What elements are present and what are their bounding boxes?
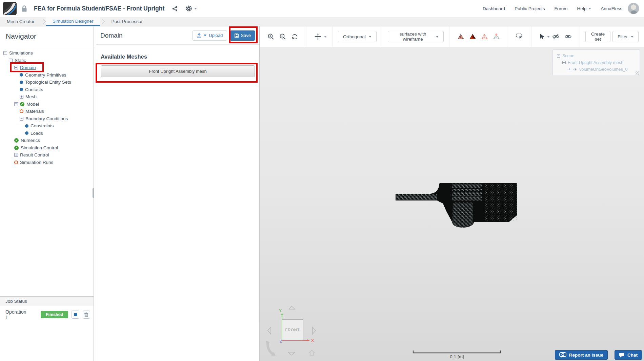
projection-dropdown[interactable]: Orthogonal xyxy=(338,31,377,42)
report-issue-button[interactable]: Report an issue xyxy=(555,350,608,360)
viewport-canvas[interactable]: Scene Front Upright Assembly mesh volume… xyxy=(260,47,644,361)
show-eye-icon[interactable] xyxy=(564,34,572,40)
tree-label: Result Control xyxy=(20,152,49,157)
tree-item-result-control[interactable]: Result Control xyxy=(0,151,92,159)
settings-chevron-down-icon[interactable] xyxy=(194,8,197,9)
create-set-button[interactable]: Create set xyxy=(585,31,610,42)
collapse-icon[interactable] xyxy=(562,61,566,64)
scenebox-resize-handle[interactable] xyxy=(636,71,639,75)
filter-dropdown[interactable]: Filter xyxy=(612,31,639,42)
tree-item-model[interactable]: Model xyxy=(0,101,92,108)
save-button-label: Save xyxy=(241,33,251,38)
tet-dark-icon[interactable] xyxy=(469,34,476,40)
rotate-up-arrow[interactable] xyxy=(289,306,295,309)
tree-item-simulations[interactable]: Simulations xyxy=(0,49,92,57)
projection-group: Orthogonal xyxy=(333,26,382,47)
tree-item-static[interactable]: Static xyxy=(0,57,92,64)
marquee-select-icon[interactable] xyxy=(516,33,523,40)
chat-button[interactable]: Chat xyxy=(615,350,642,360)
navigation-cube[interactable]: FRONT Y X Z xyxy=(261,298,336,361)
tree-item-domain[interactable]: Domain xyxy=(0,64,92,71)
collapse-icon[interactable] xyxy=(3,51,7,55)
nav-help[interactable]: Help xyxy=(577,6,591,11)
job-status-title: Job Status xyxy=(0,297,94,306)
tree-label: Simulation Control xyxy=(21,145,58,150)
tree-item-numerics[interactable]: Numerics xyxy=(0,137,92,144)
render-mode-dropdown[interactable]: surfaces with wireframe xyxy=(388,31,444,42)
visibility-eye-icon[interactable] xyxy=(573,68,578,71)
chat-bubble-icon xyxy=(619,353,625,358)
collapse-icon[interactable] xyxy=(14,66,18,69)
mesh-select-button[interactable]: Front Upright Assembly mesh xyxy=(101,65,255,77)
tree-item-boundary-conditions[interactable]: Boundary Conditions xyxy=(0,115,92,123)
scene-node-mesh[interactable]: Front Upright Assembly mesh xyxy=(557,59,640,66)
cube-face-label: FRONT xyxy=(285,328,300,332)
expand-icon[interactable] xyxy=(568,68,571,71)
tree-item-geometry-primitives[interactable]: Geometry Primitives xyxy=(0,71,92,79)
cursor-select-icon[interactable] xyxy=(539,34,545,40)
settings-gear-icon[interactable] xyxy=(185,5,192,12)
tree-item-simulation-control[interactable]: Simulation Control xyxy=(0,144,92,152)
tree-item-contacts[interactable]: Contacts xyxy=(0,86,92,93)
axis-y-label: Y xyxy=(279,309,282,313)
nav-forum[interactable]: Forum xyxy=(554,6,567,11)
tet-node-icon[interactable] xyxy=(493,33,500,40)
upload-chevron-down-icon[interactable] xyxy=(204,35,206,36)
simscale-logo-icon[interactable] xyxy=(3,2,17,15)
navigator-title: Navigator xyxy=(0,26,94,47)
nav-public-projects[interactable]: Public Projects xyxy=(515,6,545,11)
scene-node-root[interactable]: Scene xyxy=(557,52,640,59)
collapse-icon[interactable] xyxy=(9,59,13,62)
tree-item-loads[interactable]: Loads xyxy=(0,130,92,137)
tet-outline-icon[interactable] xyxy=(481,34,488,40)
tree-item-materials[interactable]: Materials xyxy=(0,108,92,115)
panel-resize-grip[interactable] xyxy=(93,188,94,198)
stop-job-button[interactable] xyxy=(72,311,79,319)
scene-node-volume[interactable]: volumeOnGeoVolumes_0 xyxy=(557,66,640,73)
rotate-roll-arrow[interactable] xyxy=(267,342,273,354)
hide-eye-slash-icon[interactable] xyxy=(552,34,560,40)
mesh-model[interactable] xyxy=(386,173,529,235)
tet-solid-icon[interactable] xyxy=(457,34,464,40)
expand-icon[interactable] xyxy=(20,95,23,99)
job-status-row: Operation 1 Finished xyxy=(0,306,94,323)
collapse-icon[interactable] xyxy=(20,117,23,121)
tree-item-simulation-runs[interactable]: Simulation Runs xyxy=(0,159,92,166)
tab-mesh-creator[interactable]: Mesh Creator xyxy=(0,17,41,26)
cursor-chevron-down-icon[interactable] xyxy=(547,36,550,38)
save-button[interactable]: Save xyxy=(230,30,255,41)
tree-label: Mesh xyxy=(25,94,37,99)
collapse-icon[interactable] xyxy=(557,54,560,58)
tab-post-processor[interactable]: Post-Processor xyxy=(105,17,149,26)
tab-separator xyxy=(41,17,46,26)
zoom-out-icon[interactable] xyxy=(279,33,286,40)
render-mode-group: surfaces with wireframe xyxy=(382,26,450,47)
tree-item-topological-entity-sets[interactable]: Topological Entity Sets xyxy=(0,79,92,86)
home-view-icon[interactable] xyxy=(309,350,315,355)
nav-username[interactable]: AnnaFless xyxy=(601,6,622,11)
chat-label: Chat xyxy=(627,353,638,358)
pan-move-icon[interactable] xyxy=(314,33,322,40)
rotate-right-arrow[interactable] xyxy=(313,327,316,334)
nav-dashboard[interactable]: Dashboard xyxy=(483,6,505,11)
expand-icon[interactable] xyxy=(14,153,18,157)
bullet-icon xyxy=(20,73,23,77)
zoom-in-icon[interactable] xyxy=(267,33,275,40)
collapse-icon[interactable] xyxy=(14,102,18,106)
delete-job-button[interactable] xyxy=(83,311,90,319)
user-avatar[interactable] xyxy=(628,3,639,14)
share-icon[interactable] xyxy=(172,5,178,12)
rotate-left-arrow[interactable] xyxy=(268,327,271,334)
refresh-view-icon[interactable] xyxy=(291,33,298,40)
pan-chevron-down-icon[interactable] xyxy=(324,36,327,38)
nav-help-label: Help xyxy=(577,6,586,11)
rotate-down-arrow[interactable] xyxy=(288,352,295,355)
set-tools-group: Create set Filter xyxy=(580,26,644,47)
camera-icon xyxy=(559,352,566,358)
upload-button[interactable]: Upload xyxy=(192,30,227,41)
job-operation-label: Operation 1 xyxy=(5,309,26,320)
tree-item-constraints[interactable]: Constraints xyxy=(0,122,92,130)
tree-item-mesh[interactable]: Mesh xyxy=(0,93,92,101)
bullet-icon xyxy=(25,124,28,128)
tab-simulation-designer[interactable]: Simulation Designer xyxy=(46,17,100,26)
